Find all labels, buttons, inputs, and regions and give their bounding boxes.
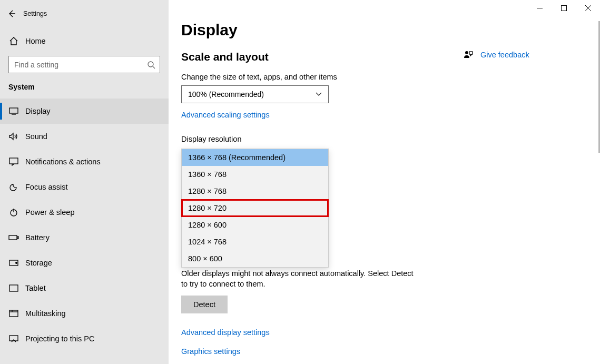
minimize-button[interactable] — [527, 0, 552, 16]
sidebar-item-storage[interactable]: Storage — [0, 250, 169, 276]
sidebar-item-multitasking[interactable]: Multitasking — [0, 301, 169, 326]
svg-rect-1 — [561, 5, 566, 11]
sidebar-item-label: Notifications & actions — [25, 158, 101, 166]
sidebar-item-label: Focus assist — [25, 183, 68, 191]
focus-assist-icon — [8, 182, 19, 192]
projecting-icon — [8, 335, 19, 342]
resolution-option[interactable]: 800 × 600 — [182, 250, 328, 267]
feedback-icon — [464, 50, 473, 60]
svg-rect-17 — [9, 310, 18, 317]
resolution-option[interactable]: 1024 × 768 — [182, 233, 328, 250]
sidebar-item-sound[interactable]: Sound — [0, 124, 169, 149]
advanced-scaling-link[interactable]: Advanced scaling settings — [181, 111, 270, 119]
sidebar: Settings Home System Display — [0, 0, 169, 364]
section-title-scale: Scale and layout — [181, 51, 600, 63]
power-icon — [8, 208, 19, 217]
sidebar-item-label: Battery — [25, 233, 50, 242]
sidebar-item-label: Multitasking — [25, 309, 66, 318]
sidebar-category: System — [0, 73, 169, 96]
svg-point-4 — [148, 62, 153, 67]
resolution-option[interactable]: 1366 × 768 (Recommended) — [182, 149, 328, 166]
maximize-button[interactable] — [552, 0, 576, 16]
back-button[interactable] — [0, 3, 23, 24]
home-icon — [8, 36, 19, 46]
svg-rect-6 — [9, 108, 18, 113]
sidebar-item-power-sleep[interactable]: Power & sleep — [0, 200, 169, 225]
feedback-label: Give feedback — [480, 51, 529, 59]
main-content: Display Scale and layout Change the size… — [169, 0, 600, 364]
sound-icon — [8, 132, 19, 141]
svg-rect-15 — [9, 285, 18, 291]
svg-rect-12 — [17, 237, 18, 239]
multitasking-icon — [8, 310, 19, 317]
sidebar-item-notifications[interactable]: Notifications & actions — [0, 149, 169, 174]
graphics-settings-link[interactable]: Graphics settings — [181, 347, 240, 356]
svg-point-21 — [465, 51, 468, 54]
resolution-option[interactable]: 1360 × 768 — [182, 166, 328, 183]
svg-line-5 — [153, 66, 155, 68]
sidebar-item-projecting[interactable]: Projecting to this PC — [0, 326, 169, 351]
search-box[interactable] — [8, 56, 160, 73]
sidebar-item-label: Power & sleep — [25, 208, 75, 217]
resolution-option[interactable]: 1280 × 600 — [182, 217, 328, 233]
sidebar-item-tablet[interactable]: Tablet — [0, 276, 169, 301]
scale-dropdown-value: 100% (Recommended) — [188, 90, 264, 99]
battery-icon — [8, 234, 19, 241]
display-icon — [8, 107, 19, 115]
sidebar-item-label: Projecting to this PC — [25, 335, 94, 343]
sidebar-item-display[interactable]: Display — [0, 99, 169, 124]
scale-dropdown[interactable]: 100% (Recommended) — [181, 85, 329, 103]
resolution-option[interactable]: 1280 × 720 — [182, 200, 328, 217]
sidebar-home[interactable]: Home — [0, 31, 169, 52]
sidebar-item-battery[interactable]: Battery — [0, 225, 169, 250]
svg-rect-11 — [9, 235, 17, 240]
sidebar-home-label: Home — [25, 37, 46, 45]
storage-icon — [8, 260, 19, 266]
sidebar-item-label: Storage — [25, 259, 52, 267]
give-feedback-link[interactable]: Give feedback — [464, 50, 529, 60]
sidebar-nav: Display Sound Notifications & actions Fo… — [0, 99, 169, 351]
search-input[interactable] — [9, 56, 160, 73]
svg-rect-8 — [9, 158, 18, 164]
detect-description: Older displays might not always connect … — [181, 269, 418, 289]
page-title: Display — [181, 21, 600, 39]
sidebar-item-label: Tablet — [25, 284, 46, 292]
svg-rect-22 — [469, 52, 473, 54]
sidebar-item-label: Display — [25, 107, 51, 115]
window-controls — [527, 0, 600, 16]
tablet-icon — [8, 284, 19, 292]
sidebar-item-label: Sound — [25, 132, 47, 141]
resolution-dropdown-popup[interactable]: 1366 × 768 (Recommended) 1360 × 768 1280… — [181, 149, 329, 268]
advanced-display-link[interactable]: Advanced display settings — [181, 328, 270, 337]
resolution-option[interactable]: 1280 × 768 — [182, 183, 328, 200]
window-title: Settings — [23, 10, 47, 17]
notifications-icon — [8, 158, 19, 166]
chevron-down-icon — [316, 92, 322, 96]
search-icon — [147, 61, 155, 69]
svg-point-14 — [16, 262, 17, 264]
sidebar-item-focus-assist[interactable]: Focus assist — [0, 174, 169, 200]
detect-button[interactable]: Detect — [181, 296, 228, 313]
resolution-label: Display resolution — [181, 135, 600, 143]
scale-label: Change the size of text, apps, and other… — [181, 73, 600, 81]
close-button[interactable] — [576, 0, 600, 16]
